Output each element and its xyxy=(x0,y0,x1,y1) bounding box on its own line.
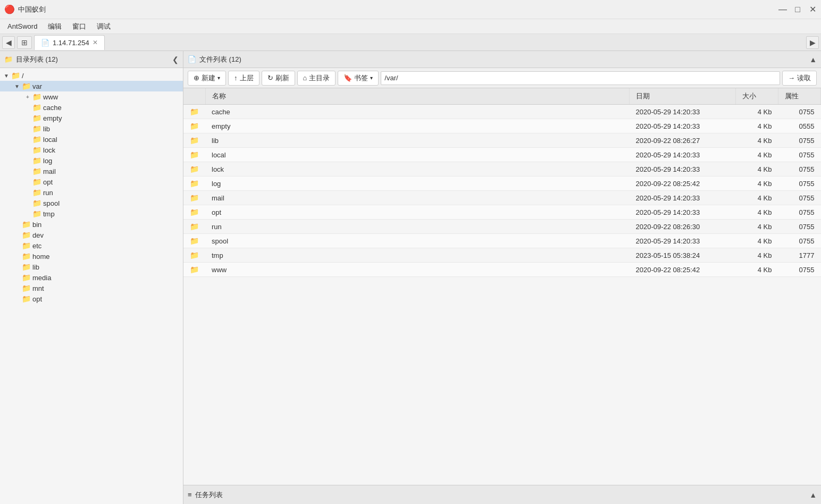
tree-item-run[interactable]: 📁run xyxy=(0,187,183,198)
tree-expander[interactable] xyxy=(13,252,21,261)
up-label: 上层 xyxy=(240,73,254,83)
home-button[interactable]: ⌂ 主目录 xyxy=(297,71,336,86)
table-row[interactable]: 📁www2020-09-22 08:25:424 Kb0755 xyxy=(183,263,821,277)
tree-expander[interactable] xyxy=(23,156,32,165)
tree-expander[interactable] xyxy=(23,209,32,218)
col-size-header: 大小 xyxy=(736,88,778,105)
tree-expander[interactable] xyxy=(23,178,32,186)
tree-item-etc[interactable]: 📁etc xyxy=(0,240,183,251)
tree-item-dev[interactable]: 📁dev xyxy=(0,230,183,240)
table-row[interactable]: 📁run2020-09-22 08:26:304 Kb0755 xyxy=(183,220,821,234)
tree-expander[interactable] xyxy=(13,241,21,250)
tree-item-root[interactable]: ▼📁/ xyxy=(0,70,183,81)
menu-edit[interactable]: 编辑 xyxy=(43,21,67,32)
file-size-cell: 4 Kb xyxy=(736,162,778,177)
path-input[interactable] xyxy=(381,71,780,85)
tree-expander[interactable] xyxy=(23,114,32,122)
tree-expander[interactable] xyxy=(23,135,32,144)
table-row[interactable]: 📁opt2020-05-29 14:20:334 Kb0755 xyxy=(183,205,821,220)
file-date-cell: 2020-05-29 14:20:33 xyxy=(630,234,736,248)
tree-item-var[interactable]: ▼📁var xyxy=(0,81,183,91)
tree-item-log[interactable]: 📁log xyxy=(0,155,183,166)
tree-expander[interactable] xyxy=(23,103,32,112)
tree-expander[interactable] xyxy=(23,124,32,133)
tree-label: etc xyxy=(32,242,41,250)
tree-expander[interactable] xyxy=(13,220,21,229)
up-button[interactable]: ↑ 上层 xyxy=(228,71,259,86)
tree-item-local[interactable]: 📁local xyxy=(0,134,183,145)
file-panel-collapse-button[interactable]: ▲ xyxy=(809,55,817,64)
tree-item-spool[interactable]: 📁spool xyxy=(0,198,183,208)
tree-expander[interactable] xyxy=(13,231,21,239)
file-name-cell: lib xyxy=(205,133,630,148)
tab-connection[interactable]: 📄 1.14.71.254 ✕ xyxy=(34,35,105,50)
tab-grid-button[interactable]: ⊞ xyxy=(17,36,32,49)
tree-label: mail xyxy=(43,167,56,175)
table-row[interactable]: 📁lib2020-09-22 08:26:274 Kb0755 xyxy=(183,133,821,148)
tree-expander[interactable] xyxy=(23,167,32,175)
minimize-button[interactable]: — xyxy=(778,5,787,14)
file-size-cell: 4 Kb xyxy=(736,148,778,162)
refresh-button[interactable]: ↻ 刷新 xyxy=(262,71,295,86)
file-table: 名称 日期 大小 属性 📁cache2020-05-29 14:20:334 K… xyxy=(183,88,821,277)
menu-antsword[interactable]: AntSword xyxy=(2,21,43,31)
table-row[interactable]: 📁local2020-05-29 14:20:334 Kb0755 xyxy=(183,148,821,162)
read-icon: → xyxy=(788,74,795,82)
home-label: 主目录 xyxy=(309,73,330,83)
tree-item-home[interactable]: 📁home xyxy=(0,251,183,262)
tab-close-button[interactable]: ✕ xyxy=(93,39,98,46)
tree-expander[interactable] xyxy=(23,199,32,207)
file-panel-header: 📄 文件列表 (12) ▲ xyxy=(183,51,821,68)
tree-item-empty[interactable]: 📁empty xyxy=(0,113,183,123)
table-row[interactable]: 📁empty2020-05-29 14:20:334 Kb0555 xyxy=(183,119,821,133)
folder-icon: 📁 xyxy=(190,107,199,116)
tree-expander[interactable]: ▼ xyxy=(13,82,21,90)
tree-expander[interactable] xyxy=(13,273,21,282)
tree-expander[interactable]: ▼ xyxy=(2,71,11,80)
file-attr-cell: 0755 xyxy=(778,162,821,177)
tree-item-lib2[interactable]: 📁lib xyxy=(0,262,183,272)
tree-item-opt[interactable]: 📁opt xyxy=(0,177,183,187)
menu-debug[interactable]: 调试 xyxy=(91,21,116,32)
tree-expander[interactable] xyxy=(13,263,21,271)
folder-icon: 📁 xyxy=(21,295,31,303)
tree-item-opt2[interactable]: 📁opt xyxy=(0,293,183,304)
tree-item-mnt[interactable]: 📁mnt xyxy=(0,283,183,293)
table-row[interactable]: 📁cache2020-05-29 14:20:334 Kb0755 xyxy=(183,105,821,119)
close-button[interactable]: ✕ xyxy=(808,5,817,14)
tree-expander[interactable] xyxy=(13,295,21,303)
tree-item-lib[interactable]: 📁lib xyxy=(0,123,183,134)
task-icon: ≡ xyxy=(188,491,192,499)
table-row[interactable]: 📁log2020-09-22 08:25:424 Kb0755 xyxy=(183,177,821,191)
tree-item-lock[interactable]: 📁lock xyxy=(0,145,183,155)
bookmark-button[interactable]: 🔖 书签 ▾ xyxy=(338,71,379,86)
menu-window[interactable]: 窗口 xyxy=(67,21,91,32)
left-panel: 📁 目录列表 (12) ❮ ▼📁/▼📁var+📁www📁cache📁empty📁… xyxy=(0,51,183,504)
read-button[interactable]: → 读取 xyxy=(782,71,817,86)
tree-expander[interactable] xyxy=(23,188,32,197)
tab-nav-right[interactable]: ▶ xyxy=(806,36,819,49)
tree-item-www[interactable]: +📁www xyxy=(0,91,183,102)
table-row[interactable]: 📁tmp2023-05-15 05:38:244 Kb1777 xyxy=(183,248,821,263)
tree-item-media[interactable]: 📁media xyxy=(0,272,183,283)
table-row[interactable]: 📁mail2020-05-29 14:20:334 Kb0755 xyxy=(183,191,821,205)
tree-item-mail[interactable]: 📁mail xyxy=(0,166,183,177)
tree-collapse-button[interactable]: ❮ xyxy=(172,55,179,64)
tree-expander[interactable]: + xyxy=(23,93,32,101)
file-date-cell: 2020-09-22 08:25:42 xyxy=(630,177,736,191)
tab-nav-left[interactable]: ◀ xyxy=(2,36,15,49)
file-row-icon-cell: 📁 xyxy=(183,220,205,234)
tree-item-tmp[interactable]: 📁tmp xyxy=(0,208,183,219)
new-button[interactable]: ⊕ 新建 ▾ xyxy=(188,71,226,86)
file-row-icon-cell: 📁 xyxy=(183,133,205,148)
task-collapse-button[interactable]: ▲ xyxy=(809,491,817,499)
maximize-button[interactable]: □ xyxy=(793,5,802,14)
table-row[interactable]: 📁lock2020-05-29 14:20:334 Kb0755 xyxy=(183,162,821,177)
tree-item-cache[interactable]: 📁cache xyxy=(0,102,183,113)
tree-label: media xyxy=(32,274,51,282)
file-date-cell: 2020-05-29 14:20:33 xyxy=(630,162,736,177)
table-row[interactable]: 📁spool2020-05-29 14:20:334 Kb0755 xyxy=(183,234,821,248)
tree-expander[interactable] xyxy=(23,146,32,154)
tree-item-bin[interactable]: 📁bin xyxy=(0,219,183,230)
tree-expander[interactable] xyxy=(13,284,21,292)
